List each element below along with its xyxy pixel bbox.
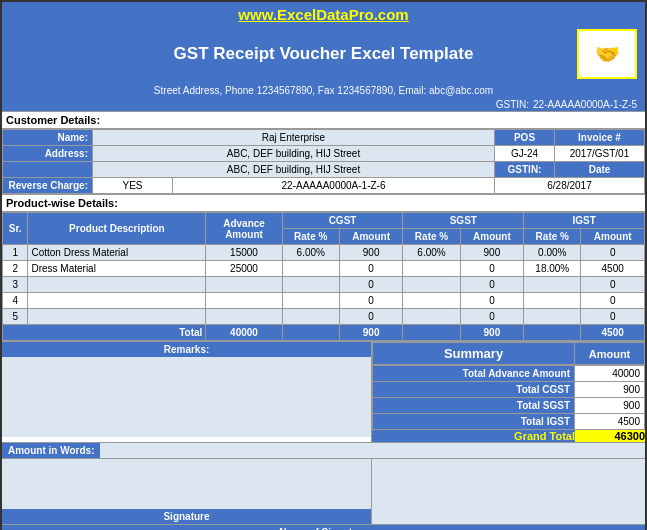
summary-item-label: Total Advance Amount: [373, 366, 575, 382]
row-sgst-rate: [403, 261, 460, 277]
igst-rate-header: Rate %: [524, 229, 581, 245]
row-igst-amt: 0: [581, 277, 645, 293]
cgst-rate-header: Rate %: [282, 229, 339, 245]
summary-table: Total Advance Amount 40000 Total CGST 90…: [372, 365, 645, 430]
product-row: 1 Cotton Dress Material 15000 6.00% 900 …: [3, 245, 645, 261]
voucher-container: www.ExcelDataPro.com GST Receipt Voucher…: [0, 0, 647, 530]
row-cgst-amt: 0: [339, 309, 403, 325]
row-cgst-amt: 0: [339, 293, 403, 309]
row-igst-rate: [524, 277, 581, 293]
row-igst-rate: 18.00%: [524, 261, 581, 277]
row-advance: 15000: [206, 245, 282, 261]
product-section-header: Product-wise Details:: [2, 194, 645, 212]
gstin2-label: GSTIN:: [495, 162, 555, 178]
product-header-row1: Sr. Product Description Advance Amount C…: [3, 213, 645, 229]
rc-value: YES: [93, 178, 173, 194]
row-cgst-rate: [282, 293, 339, 309]
product-row: 2 Dress Material 25000 0 0 18.00% 4500: [3, 261, 645, 277]
customer-table: Name: Raj Enterprise POS Invoice # Addre…: [2, 129, 645, 194]
header-title: GST Receipt Voucher Excel Template: [70, 44, 577, 64]
sgst-header: SGST: [403, 213, 524, 229]
gstin-value: 22-AAAAA0000A-1-Z-5: [533, 99, 637, 110]
row-sgst-rate: [403, 309, 460, 325]
total-sgst-rate: [403, 325, 460, 341]
summary-header-row: Summary Amount: [373, 343, 645, 365]
product-row: 3 0 0 0: [3, 277, 645, 293]
row-advance: [206, 277, 282, 293]
sig-left: Signature: [2, 459, 372, 524]
summary-item-row: Total IGST 4500: [373, 414, 645, 430]
grand-total-row: Grand Total 46300: [372, 430, 645, 442]
row-advance: [206, 309, 282, 325]
customer-address1-row: Address: ABC, DEF building, HIJ Street G…: [3, 146, 645, 162]
total-cgst-amt: 900: [339, 325, 403, 341]
address-label-2: [3, 162, 93, 178]
signature-section: Signature: [2, 458, 645, 524]
row-igst-rate: [524, 293, 581, 309]
row-cgst-amt: 0: [339, 261, 403, 277]
summary-header-table: Summary Amount: [372, 342, 645, 365]
row-igst-amt: 0: [581, 293, 645, 309]
summary-item-value: 4500: [575, 414, 645, 430]
summary-item-row: Total Advance Amount 40000: [373, 366, 645, 382]
rc-label: Reverse Charge:: [3, 178, 93, 194]
product-table: Sr. Product Description Advance Amount C…: [2, 212, 645, 341]
row-sr: 3: [3, 277, 28, 293]
total-sgst-amt: 900: [460, 325, 524, 341]
row-cgst-rate: [282, 277, 339, 293]
total-label: Total: [3, 325, 206, 341]
summary-item-label: Total IGST: [373, 414, 575, 430]
pos-label: POS: [495, 130, 555, 146]
header: www.ExcelDataPro.com: [2, 2, 645, 25]
remarks-area[interactable]: [2, 357, 371, 437]
gstin-row: GSTIN: 22-AAAAA0000A-1-Z-5: [2, 98, 645, 111]
summary-item-label: Total SGST: [373, 398, 575, 414]
row-sr: 2: [3, 261, 28, 277]
row-desc: [28, 309, 206, 325]
product-row: 4 0 0 0: [3, 293, 645, 309]
row-sgst-rate: [403, 277, 460, 293]
name-signatory: Name of Signatory: [2, 524, 645, 530]
address2-value: ABC, DEF building, HIJ Street: [93, 162, 495, 178]
address-label: Address:: [3, 146, 93, 162]
row-sr: 4: [3, 293, 28, 309]
sig-label: Signature: [2, 509, 371, 524]
total-row: Total 40000 900 900 4500: [3, 325, 645, 341]
sig-right: [372, 459, 645, 524]
row-sgst-rate: 6.00%: [403, 245, 460, 261]
summary-item-value: 900: [575, 382, 645, 398]
remarks-col: Remarks:: [2, 342, 372, 442]
sgst-rate-header: Rate %: [403, 229, 460, 245]
address-row: Street Address, Phone 1234567890, Fax 12…: [2, 83, 645, 98]
summary-item-label: Total CGST: [373, 382, 575, 398]
gj-value: GJ-24: [495, 146, 555, 162]
row-sr: 1: [3, 245, 28, 261]
customer-section-header: Customer Details:: [2, 111, 645, 129]
summary-item-value: 900: [575, 398, 645, 414]
invoice-label: Invoice #: [555, 130, 645, 146]
row-cgst-amt: 900: [339, 245, 403, 261]
advance-header: Advance Amount: [206, 213, 282, 245]
row-sgst-amt: 900: [460, 245, 524, 261]
row-sgst-rate: [403, 293, 460, 309]
row-desc: Dress Material: [28, 261, 206, 277]
row-sr: 5: [3, 309, 28, 325]
row-igst-amt: 4500: [581, 261, 645, 277]
row-igst-amt: 0: [581, 245, 645, 261]
header-title-row: GST Receipt Voucher Excel Template 🤝: [2, 25, 645, 83]
row-igst-amt: 0: [581, 309, 645, 325]
row-cgst-rate: [282, 261, 339, 277]
grand-total-value: 46300: [575, 430, 645, 442]
cgst-header: CGST: [282, 213, 403, 229]
gstin2-value: 22-AAAAA0000A-1-Z-6: [173, 178, 495, 194]
name-label: Name:: [3, 130, 93, 146]
row-cgst-rate: 6.00%: [282, 245, 339, 261]
product-row: 5 0 0 0: [3, 309, 645, 325]
bottom-section: Remarks: Summary Amount Total Advance Am…: [2, 341, 645, 442]
total-igst-rate: [524, 325, 581, 341]
cgst-amt-header: Amount: [339, 229, 403, 245]
customer-address2-row: ABC, DEF building, HIJ Street GSTIN: Dat…: [3, 162, 645, 178]
summary-item-row: Total CGST 900: [373, 382, 645, 398]
row-desc: Cotton Dress Material: [28, 245, 206, 261]
total-igst-amt: 4500: [581, 325, 645, 341]
